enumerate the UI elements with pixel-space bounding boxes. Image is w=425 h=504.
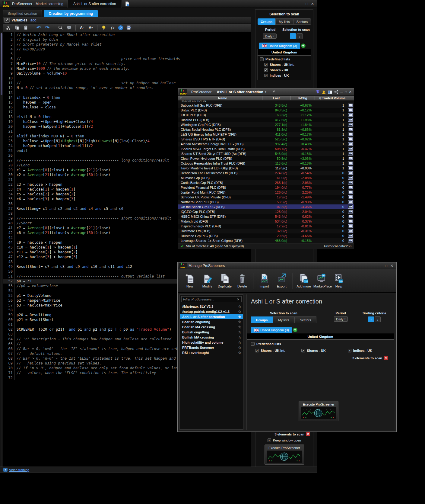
code-line[interactable]: 3// Short parameters by Marcel van Vliet <box>3 42 251 47</box>
mini-chart-icon[interactable] <box>348 108 353 112</box>
help-icon[interactable]: ? <box>118 25 123 30</box>
export-button[interactable]: Export <box>274 273 290 288</box>
export-down-icon[interactable] <box>316 90 320 94</box>
wrench-icon[interactable] <box>178 97 183 99</box>
table-row[interactable]: Midwich Ltd (DFB)534.0(c)-0.37%0 <box>178 219 354 224</box>
favorite-star-icon[interactable]: ☆ <box>238 325 241 329</box>
hint-bulb-icon[interactable] <box>101 25 107 31</box>
mini-chart-icon[interactable] <box>348 162 353 165</box>
mini-chart-icon[interactable] <box>348 142 353 146</box>
mini-chart-icon[interactable] <box>348 239 353 242</box>
favorite-star-icon[interactable]: ☆ <box>238 345 241 350</box>
table-row[interactable]: Alerian Midstream Energy Div ETF - (DFB)… <box>178 142 354 146</box>
mini-chart-icon[interactable] <box>348 220 353 223</box>
close-button[interactable]: ✕ <box>349 90 352 94</box>
table-row[interactable]: Curtis Banks Grp PLC (DFB)265.1(c)-2.93%… <box>178 180 354 185</box>
clipped-table-row[interactable]: Netcall Ltd (DFB) <box>178 101 354 103</box>
checkbox-checked[interactable]: ✓ <box>301 349 305 352</box>
maximize-button[interactable]: □ <box>306 2 308 6</box>
sort-up-button[interactable]: ↑ <box>290 33 296 39</box>
comment-icon[interactable]: // <box>66 25 72 31</box>
add-variable-link[interactable]: add <box>30 18 36 22</box>
checkbox-checked[interactable]: ✓ <box>264 74 268 77</box>
table-row[interactable]: HSBC MSCI China ETF (DFB)543.4(c)-0.62%0 <box>178 214 354 219</box>
favorite-star-icon[interactable]: ☆ <box>238 351 241 355</box>
group-tab-uk[interactable]: United Kingdom (3) <box>251 327 292 333</box>
code-line[interactable]: 10 <box>3 76 251 81</box>
favorite-star-icon[interactable]: ☆ <box>238 320 241 324</box>
checkbox-unchecked[interactable] <box>260 57 264 61</box>
font-smaller-icon[interactable]: A− <box>79 25 85 31</box>
screener-list-item[interactable]: RSI : overbought☆ <box>180 350 243 355</box>
undo-icon[interactable]: ↶ <box>36 25 42 31</box>
code-line[interactable]: 46c11 = haclose[2] > haopen[2] <box>3 250 251 255</box>
add-group-icon[interactable]: + <box>301 43 306 48</box>
favorite-star-icon[interactable]: ☆ <box>238 335 241 339</box>
mini-chart-icon[interactable] <box>348 186 353 189</box>
list-shares-uk[interactable]: ✓Shares - UK <box>301 349 347 352</box>
checkbox-checked[interactable]: ✓ <box>268 438 271 442</box>
paste-icon[interactable] <box>23 25 29 31</box>
marketplace-button[interactable]: 1x0 MarketPlace <box>313 273 329 288</box>
copy-icon[interactable] <box>14 25 20 31</box>
close-button[interactable]: ✕ <box>311 2 314 6</box>
modify-button[interactable]: Modify <box>199 273 215 288</box>
code-line[interactable]: 8MaxPrice=1000 // The maximum price of e… <box>3 66 251 71</box>
screener-selector[interactable]: Ashi L or S after correction▾ <box>214 88 269 95</box>
maximize-button[interactable]: □ <box>385 264 387 268</box>
favorite-star-icon[interactable]: ☆ <box>238 330 241 334</box>
sort-down-button[interactable]: ↓ <box>297 33 303 39</box>
column-header-traded-volume[interactable]: ▽ Traded Volume <box>315 96 354 100</box>
minimize-button[interactable]: ─ <box>340 90 343 94</box>
group-tab-uk[interactable]: United Kingdom (3) <box>259 43 300 49</box>
mini-chart-icon[interactable] <box>348 200 353 204</box>
mini-chart-icon[interactable] <box>348 210 353 213</box>
execute-proscreener-button[interactable]: Execute ProScreener <box>265 445 304 465</box>
table-row[interactable]: Clean Power Hydrogen PLC (DFB)50.5(c)+3.… <box>178 156 354 161</box>
table-row[interactable]: IDOX PLC (DFB)63.3(c)+1.12%1 <box>178 113 354 117</box>
filter-input[interactable] <box>182 297 237 301</box>
tab-sectors[interactable]: Sectors <box>295 316 316 323</box>
mini-chart-icon[interactable] <box>348 104 353 107</box>
screener-list-item[interactable]: Bullish MA crossing☆ <box>180 335 243 340</box>
font-larger-icon[interactable]: A+ <box>88 25 94 31</box>
table-row[interactable]: Henderson Far East Income Ltd (DFB)274.8… <box>178 171 354 175</box>
mini-chart-icon[interactable] <box>348 215 353 218</box>
help-doc-icon[interactable]: ? <box>125 1 130 7</box>
close-button[interactable]: ✕ <box>390 264 393 268</box>
predefined-lists-row[interactable]: Predefined lists <box>258 56 311 61</box>
table-row[interactable]: Babcock Intl Grp PLC (DFB)343.8(c)+0.67%… <box>178 103 354 108</box>
document-tab[interactable]: Ashi L or S after correction <box>68 0 122 8</box>
tab-my-lists[interactable]: My lists <box>273 316 294 323</box>
mini-chart-icon[interactable] <box>348 147 353 151</box>
code-line[interactable]: 11//------------------------------------… <box>3 81 251 85</box>
table-row[interactable]: Alumasc Grp (DFB)141.0(c)-2.08%0 <box>178 175 354 180</box>
column-header-last[interactable]: Last <box>262 96 290 100</box>
add-more-button[interactable]: 1x0 Add more <box>296 273 312 288</box>
add-group-icon[interactable]: + <box>293 328 297 332</box>
duplicate-button[interactable]: Duplicate <box>217 273 233 288</box>
favorite-star-icon[interactable]: ☆ <box>238 304 241 309</box>
scrollbar-thumb[interactable] <box>1 33 2 95</box>
mini-chart-icon[interactable] <box>348 166 353 170</box>
checkbox-checked[interactable]: ✓ <box>264 63 268 66</box>
table-row[interactable]: Ricardo PLC (DFB)417.5(c)+1.93%1 <box>178 117 354 122</box>
list-shares-uk-int[interactable]: ✓ Shares - UK Int. <box>258 61 311 66</box>
sort-down-button[interactable]: ↓ <box>375 316 381 322</box>
tab-creation-by-programming[interactable]: Creation by programming <box>44 10 98 17</box>
help-button[interactable]: 1x0 Help <box>331 273 347 288</box>
tab-simplified-creation[interactable]: Simplified creation <box>3 10 42 17</box>
table-row[interactable]: Jupiter Fund Mgmt PLC (DFB)126.0(c)-2.25… <box>178 190 354 195</box>
table-row[interactable]: Dillistone Grp PLC (DFB)20.5(c)-4.65%0 <box>178 233 354 238</box>
period-dropdown[interactable]: Daily▾ <box>334 316 348 322</box>
editor-scrollbar[interactable] <box>1 32 2 467</box>
maximize-button[interactable]: □ <box>345 90 347 94</box>
code-line[interactable]: 47c12 = haclose[3] > haopen[3] <box>3 255 251 259</box>
table-row[interactable]: Wilmington Grp PLC (DFB)277.1(c)+1.84%1 <box>178 122 354 127</box>
execute-proscreener-button[interactable]: Execute ProScreener <box>299 401 338 421</box>
checkbox-checked[interactable]: ✓ <box>348 349 351 352</box>
favorite-star-icon[interactable]: ☆ <box>238 340 241 345</box>
code-line[interactable]: 1// Heikin Ashi Long or Short after corr… <box>3 32 251 37</box>
table-row[interactable]: Octopus Renewables Infra Trust PLC (DFB)… <box>178 161 354 166</box>
functions-icon[interactable]: ƒx <box>109 25 116 31</box>
